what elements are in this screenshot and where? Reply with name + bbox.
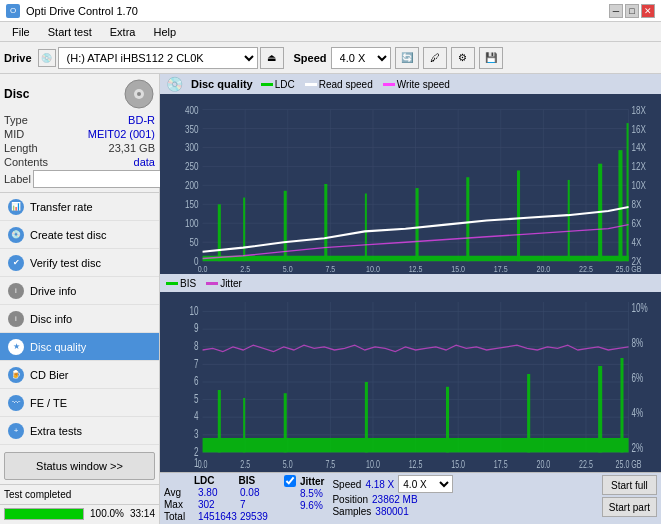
disc-panel: Disc Type BD-R MID MEIT02 (001) Length 2… xyxy=(0,74,159,193)
svg-rect-63 xyxy=(618,150,622,261)
disc-label-row: Label 🔍 xyxy=(4,170,155,188)
stats-total-row: Total 1451643 29539 xyxy=(164,511,276,522)
verify-test-disc-icon: ✔ xyxy=(8,255,24,271)
total-ldc: 1451643 xyxy=(198,511,234,522)
maximize-button[interactable]: □ xyxy=(625,4,639,18)
svg-text:10%: 10% xyxy=(632,300,649,314)
svg-text:17.5: 17.5 xyxy=(494,263,508,272)
sidebar: Disc Type BD-R MID MEIT02 (001) Length 2… xyxy=(0,74,160,524)
svg-text:400: 400 xyxy=(185,103,199,115)
ldc-header: LDC xyxy=(194,475,215,486)
minimize-button[interactable]: ─ xyxy=(609,4,623,18)
svg-rect-114 xyxy=(284,393,287,452)
jitter-checkbox[interactable] xyxy=(284,475,296,487)
max-bis: 7 xyxy=(240,499,276,510)
stats-max-row: Max 302 7 xyxy=(164,499,276,510)
svg-text:3: 3 xyxy=(194,426,199,440)
jitter-avg: 8.5% xyxy=(300,488,324,499)
start-full-button[interactable]: Start full xyxy=(602,475,657,495)
sidebar-item-extra-tests[interactable]: + Extra tests xyxy=(0,417,159,445)
avg-label: Avg xyxy=(164,487,192,498)
svg-rect-52 xyxy=(203,256,629,261)
progress-percent: 100.0% xyxy=(90,508,124,519)
svg-text:6X: 6X xyxy=(632,217,642,229)
position-value: 23862 MB xyxy=(372,494,418,505)
refresh-button[interactable]: 🔄 xyxy=(395,47,419,69)
sidebar-item-drive-info[interactable]: i Drive info xyxy=(0,277,159,305)
bis-header: BIS xyxy=(239,475,256,486)
toolbar: Drive 💿 (H:) ATAPI iHBS112 2 CL0K ⏏ Spee… xyxy=(0,42,661,74)
svg-text:7: 7 xyxy=(194,356,199,370)
sidebar-item-disc-info[interactable]: i Disc info xyxy=(0,305,159,333)
stats-avg-row: Avg 3.80 0.08 xyxy=(164,487,276,498)
legend-jitter: Jitter xyxy=(206,278,242,289)
menu-help[interactable]: Help xyxy=(145,25,184,39)
speed-select[interactable]: 4.0 X xyxy=(331,47,391,69)
svg-text:16X: 16X xyxy=(632,122,647,134)
max-label: Max xyxy=(164,499,192,510)
close-button[interactable]: ✕ xyxy=(641,4,655,18)
svg-rect-3 xyxy=(162,96,659,272)
app-icon: O xyxy=(6,4,20,18)
svg-rect-112 xyxy=(218,390,221,452)
create-test-disc-icon: 💿 xyxy=(8,227,24,243)
app-title: Opti Drive Control 1.70 xyxy=(26,5,138,17)
svg-rect-64 xyxy=(627,123,629,261)
eject-button[interactable]: ⏏ xyxy=(260,47,284,69)
menu-bar: File Start test Extra Help xyxy=(0,22,661,42)
speed-position-samples: Speed 4.18 X 4.0 X Position 23862 MB Sam… xyxy=(332,475,593,517)
svg-text:15.0: 15.0 xyxy=(451,263,465,272)
svg-text:6%: 6% xyxy=(632,370,644,384)
svg-text:20.0: 20.0 xyxy=(536,459,550,470)
stats-table: LDC BIS Avg 3.80 0.08 Max 302 7 Total 14… xyxy=(164,475,276,522)
chart-header: 💿 Disc quality LDC Read speed Write spee… xyxy=(160,74,661,94)
avg-bis: 0.08 xyxy=(240,487,276,498)
svg-text:9: 9 xyxy=(194,320,199,334)
svg-text:10X: 10X xyxy=(632,179,647,191)
legend-write-speed: Write speed xyxy=(383,79,450,90)
speed-select-stat[interactable]: 4.0 X xyxy=(398,475,453,493)
menu-file[interactable]: File xyxy=(4,25,38,39)
svg-rect-61 xyxy=(568,180,570,261)
svg-text:12.5: 12.5 xyxy=(409,263,423,272)
start-part-button[interactable]: Start part xyxy=(602,497,657,517)
sidebar-item-verify-test-disc[interactable]: ✔ Verify test disc xyxy=(0,249,159,277)
status-window-button[interactable]: Status window >> xyxy=(4,452,155,480)
chart2-legend: BIS Jitter xyxy=(166,278,242,289)
svg-text:8: 8 xyxy=(194,338,199,352)
svg-text:100: 100 xyxy=(185,217,199,229)
svg-rect-54 xyxy=(243,198,245,262)
drive-info-icon: i xyxy=(8,283,24,299)
drive-select[interactable]: (H:) ATAPI iHBS112 2 CL0K xyxy=(58,47,258,69)
disc-quality-icon: ★ xyxy=(8,339,24,355)
svg-text:17.5: 17.5 xyxy=(494,459,508,470)
sidebar-item-create-test-disc[interactable]: 💿 Create test disc xyxy=(0,221,159,249)
svg-rect-117 xyxy=(527,374,530,452)
svg-text:2%: 2% xyxy=(632,440,644,454)
svg-text:7.5: 7.5 xyxy=(325,459,335,470)
disc-label-input[interactable] xyxy=(33,170,166,188)
progress-bar-area: 100.0% 33:14 xyxy=(0,504,159,524)
legend-read-speed: Read speed xyxy=(305,79,373,90)
svg-text:300: 300 xyxy=(185,141,199,153)
chart2-svg: 10 9 8 7 6 5 4 3 2 1 10% 8% 6% 4% xyxy=(162,294,659,470)
samples-value: 380001 xyxy=(375,506,408,517)
svg-text:25.0 GB: 25.0 GB xyxy=(616,263,642,272)
disc-contents-row: Contents data xyxy=(4,156,155,168)
sidebar-item-transfer-rate[interactable]: 📊 Transfer rate xyxy=(0,193,159,221)
sidebar-item-disc-quality[interactable]: ★ Disc quality xyxy=(0,333,159,361)
save-button[interactable]: 💾 xyxy=(479,47,503,69)
settings-button[interactable]: ⚙ xyxy=(451,47,475,69)
menu-start-test[interactable]: Start test xyxy=(40,25,100,39)
svg-text:150: 150 xyxy=(185,198,199,210)
legend-bis: BIS xyxy=(166,278,196,289)
svg-text:4: 4 xyxy=(194,408,199,422)
burn-button[interactable]: 🖊 xyxy=(423,47,447,69)
svg-text:22.5: 22.5 xyxy=(579,263,593,272)
menu-extra[interactable]: Extra xyxy=(102,25,144,39)
sidebar-item-cd-bier[interactable]: 🍺 CD Bier xyxy=(0,361,159,389)
fe-te-icon: 〰 xyxy=(8,395,24,411)
sidebar-item-fe-te[interactable]: 〰 FE / TE xyxy=(0,389,159,417)
svg-rect-59 xyxy=(466,177,469,261)
total-bis: 29539 xyxy=(240,511,276,522)
